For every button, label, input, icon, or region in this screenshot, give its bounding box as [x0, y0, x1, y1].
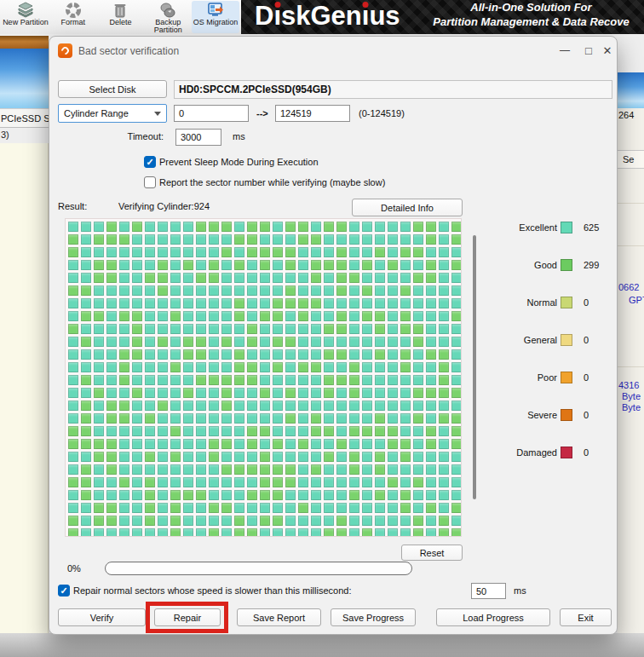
verify-button[interactable]: Verify [58, 608, 146, 626]
background-row-line [618, 366, 644, 367]
sector-grid [65, 218, 462, 537]
brand-text: DıskGenıus [255, 1, 400, 32]
legend-row-general: General 0 [491, 333, 612, 347]
delete-icon [111, 2, 129, 19]
legend-count: 299 [584, 260, 599, 270]
report-sector-label: Report the sector number while verifying… [159, 177, 385, 187]
minimize-button[interactable]: — [555, 42, 574, 59]
background-number-fragment: 264 [618, 110, 634, 120]
result-label: Result: [58, 201, 87, 211]
legend-count: 0 [584, 372, 589, 383]
range-to-input[interactable]: 124519 [275, 105, 350, 122]
prevent-sleep-label: Prevent Sleep Mode During Execution [159, 157, 319, 167]
repair-threshold-input[interactable]: 50 [471, 583, 506, 599]
report-sector-checkbox[interactable] [144, 176, 156, 188]
legend-count: 0 [584, 410, 589, 420]
save-progress-button[interactable]: Save Progress [331, 608, 416, 626]
grid-scrollbar[interactable] [473, 235, 476, 499]
legend-count: 0 [584, 297, 589, 308]
background-disk-graphic-right [618, 72, 644, 108]
general-swatch-icon [561, 334, 572, 346]
timeout-label: Timeout: [101, 131, 164, 141]
legend-count: 625 [584, 222, 599, 233]
poor-swatch-icon [561, 372, 572, 383]
normal-swatch-icon [561, 297, 572, 308]
legend-label: Poor [491, 372, 557, 383]
range-hint: (0-124519) [359, 108, 405, 118]
background-byte-fragment: Byte [622, 391, 641, 401]
new-partition-icon [16, 2, 35, 19]
format-icon [64, 2, 83, 19]
toolbar-item-label: New Partition [3, 19, 49, 26]
toolbar-item-label: Format [60, 19, 85, 26]
background-panel-header [0, 36, 49, 49]
legend-count: 0 [584, 447, 589, 458]
good-swatch-icon [561, 259, 572, 271]
dialog-title: Bad sector verification [78, 45, 179, 57]
result-status: Verifying Cylinder:924 [118, 201, 210, 211]
toolbar-item-label: OS Migration [193, 19, 239, 26]
range-arrow: --> [256, 108, 268, 118]
background-gpt-fragment: GPT [629, 295, 644, 305]
slogan-line-2: Partition Management & Data Recove [418, 14, 644, 29]
disk-value-field: HD0:SPCCM.2PCIeSSD(954GB) [174, 80, 612, 99]
repair-threshold-unit: ms [514, 585, 526, 596]
legend-label: Severe [491, 410, 557, 420]
repair-threshold-label: Repair normal sectors whose speed is slo… [73, 585, 351, 596]
diskgenius-app-icon [58, 43, 72, 58]
dialog-titlebar: Bad sector verification — □ ✕ [49, 37, 617, 64]
toolbar-item-new-partition[interactable]: New Partition [2, 1, 49, 33]
progress-percent: 0% [67, 563, 81, 573]
legend-label: Damaged [491, 447, 557, 458]
legend-label: Excellent [491, 222, 557, 233]
toolbar-item-backup-partition[interactable]: Backup Partition [144, 1, 192, 33]
range-mode-select[interactable]: Cylinder Range [58, 104, 167, 123]
background-right-panel [618, 108, 644, 634]
legend-row-excellent: Excellent 625 [491, 221, 612, 234]
background-row-line [618, 245, 644, 246]
detailed-info-button[interactable]: Detailed Info [352, 199, 463, 216]
slogan-line-1: All-in-One Solution For [418, 0, 644, 14]
toolbar-item-format[interactable]: Format [49, 1, 97, 33]
prevent-sleep-checkbox[interactable] [144, 156, 156, 168]
background-left-panel [0, 143, 49, 634]
background-text-fragment: 3) [0, 130, 49, 140]
severe-swatch-icon [561, 409, 572, 421]
range-mode-value: Cylinder Range [64, 108, 129, 118]
timeout-input[interactable]: 3000 [175, 129, 221, 146]
legend-row-good: Good 299 [491, 258, 612, 272]
toolbar-item-label: Delete [109, 19, 131, 26]
toolbar-item-os-migration[interactable]: OS Migration [192, 1, 239, 33]
damaged-swatch-icon [561, 447, 572, 458]
background-disk-name: PCIeSSD S [0, 108, 49, 128]
legend-row-poor: Poor 0 [491, 371, 612, 384]
close-button[interactable]: ✕ [598, 42, 617, 59]
legend-count: 0 [584, 335, 589, 345]
main-toolbar: New Partition Format Delete Backup Parti… [0, 0, 241, 34]
repair-threshold-checkbox[interactable] [58, 585, 70, 596]
background-bottom-area [0, 633, 644, 657]
toolbar-item-delete[interactable]: Delete [97, 1, 145, 33]
excellent-swatch-icon [561, 222, 572, 233]
load-progress-button[interactable]: Load Progress [436, 608, 550, 626]
legend-row-severe: Severe 0 [491, 408, 612, 422]
save-report-button[interactable]: Save Report [237, 608, 321, 626]
legend-row-damaged: Damaged 0 [491, 446, 612, 459]
maximize-button[interactable]: □ [579, 42, 598, 59]
diskgenius-banner: DıskGenıus All-in-One Solution For Parti… [241, 0, 644, 34]
bad-sector-verification-dialog: Bad sector verification — □ ✕ Select Dis… [49, 36, 618, 635]
progress-bar [105, 562, 412, 575]
legend-row-normal: Normal 0 [491, 296, 612, 309]
toolbar-item-label: Backup Partition [144, 19, 192, 34]
chevron-down-icon [154, 112, 161, 116]
select-disk-button[interactable]: Select Disk [58, 80, 167, 98]
background-disk-graphic-left [0, 49, 49, 108]
banner-slogan: All-in-One Solution For Partition Manage… [418, 0, 644, 29]
background-row-line [618, 203, 644, 204]
range-from-input[interactable]: 0 [174, 105, 249, 122]
reset-button[interactable]: Reset [401, 545, 463, 561]
backup-partition-icon [158, 2, 177, 19]
exit-button[interactable]: Exit [560, 608, 612, 626]
background-size-fragment: 4316 [618, 380, 639, 390]
background-column-header: Se [618, 150, 644, 169]
